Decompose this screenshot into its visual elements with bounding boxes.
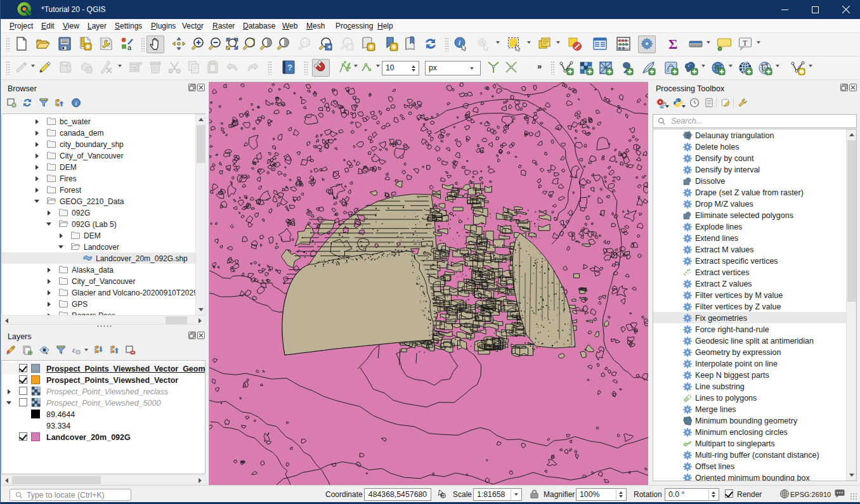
svg-text:T: T [743,38,748,47]
svg-text:Σ: Σ [668,36,677,51]
svg-text:a: a [127,44,132,51]
svg-text:1:1: 1:1 [303,41,308,45]
svg-text:?: ? [287,63,292,72]
svg-text:ε: ε [72,345,76,354]
